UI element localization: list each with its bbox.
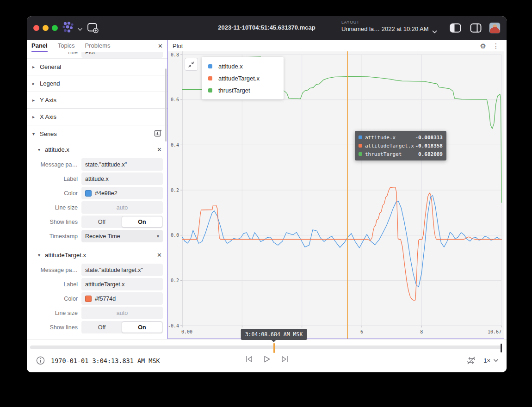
layout-label: LAYOUT	[341, 20, 442, 25]
section-series[interactable]: ▾ Series	[27, 125, 167, 142]
tab-panel[interactable]: Panel	[31, 40, 48, 52]
caret-right-icon: ▸	[32, 114, 40, 119]
field-row: Show lines Off On	[27, 215, 167, 229]
collapse-arrows-icon	[188, 61, 195, 68]
title-field-input[interactable]: Plot	[81, 52, 163, 58]
playback-bar: 1970-01-01 3:04:13.831 AM MSK	[27, 339, 507, 372]
section-legend[interactable]: ▸ Legend	[27, 75, 167, 92]
plot-panel-header: Plot ⚙ ⋮	[168, 40, 504, 51]
caret-right-icon: ▸	[32, 98, 40, 103]
section-general[interactable]: ▸ General	[27, 59, 167, 75]
remove-series-icon[interactable]: ✕	[157, 146, 162, 153]
panel-settings-sidebar: Panel Topics Problems ✕ Title Plot ▸ Gen…	[27, 40, 167, 339]
show-lines-toggle[interactable]: Off On	[81, 321, 163, 333]
series-color-chip	[208, 76, 212, 80]
layout-menu-button[interactable]: LAYOUT Unnamed la… 2022 at 10:20 AM	[341, 20, 442, 32]
sidebar-tabbar: Panel Topics Problems ✕	[27, 40, 167, 52]
seek-backward-button[interactable]	[245, 355, 253, 363]
tooltip-row: thrustTarget 0.682089	[359, 150, 443, 158]
caret-right-icon: ▸	[32, 81, 40, 86]
field-row: Color #4e98e2	[27, 186, 167, 200]
series-color-chip	[208, 88, 212, 92]
title-field-row-clipped: Title Plot	[27, 52, 167, 59]
show-lines-off-option[interactable]: Off	[82, 321, 122, 333]
show-lines-toggle[interactable]: Off On	[81, 216, 163, 228]
label-input[interactable]: attitude.x	[81, 173, 163, 185]
close-window-button[interactable]	[33, 25, 39, 31]
series-color-chip	[359, 144, 362, 148]
tab-topics[interactable]: Topics	[58, 40, 75, 52]
zoom-window-button[interactable]	[52, 25, 58, 31]
series-attitude-x-header[interactable]: ▾ attitude.x ✕	[27, 142, 167, 157]
legend-item-attitude-x[interactable]: attitude.x	[202, 60, 284, 72]
panel-settings-gear-icon[interactable]: ⚙	[480, 43, 486, 49]
add-series-icon[interactable]	[154, 129, 162, 139]
show-lines-off-option[interactable]: Off	[82, 216, 122, 228]
svg-text:10.67: 10.67	[488, 329, 501, 334]
message-path-input[interactable]: state."attitude.x"	[81, 158, 163, 171]
right-sidebar-toggle-icon[interactable]	[470, 23, 482, 35]
loop-off-icon[interactable]	[466, 356, 476, 365]
color-swatch[interactable]	[85, 190, 92, 197]
layout-name: Unnamed la… 2022 at 10:20 AM	[341, 25, 442, 32]
svg-text:0.2: 0.2	[171, 188, 179, 193]
play-button[interactable]	[263, 355, 271, 363]
titlebar: 2023-11-10T04:51:45.631370.mcap LAYOUT U…	[27, 16, 507, 40]
layout-chevron-down-icon[interactable]	[432, 27, 437, 36]
speed-dropdown-caret-icon	[494, 359, 498, 362]
legend-item-attitude-target-x[interactable]: attitudeTarget.x	[202, 72, 284, 84]
svg-text:6: 6	[360, 329, 363, 334]
plot-panel[interactable]: Plot ⚙ ⋮ 0.80.60.40.20.0-0.2-0.40.002468…	[167, 40, 504, 339]
minimize-window-button[interactable]	[43, 25, 49, 31]
user-avatar[interactable]	[489, 22, 501, 34]
show-lines-on-option[interactable]: On	[122, 321, 162, 333]
section-y-axis[interactable]: ▸ Y Axis	[27, 92, 167, 109]
svg-text:0.8: 0.8	[171, 52, 179, 57]
color-input[interactable]: #f5774d	[81, 292, 163, 305]
label-input[interactable]: attitudeTarget.x	[81, 278, 163, 290]
series-color-chip	[359, 136, 362, 139]
tab-problems[interactable]: Problems	[85, 40, 111, 52]
caret-down-icon: ▾	[32, 131, 40, 136]
svg-text:-0.2: -0.2	[168, 278, 179, 283]
svg-text:0.00: 0.00	[181, 329, 192, 334]
playback-scrubber[interactable]	[30, 345, 502, 349]
field-row: Color #f5774d	[27, 291, 167, 306]
plot-panel-title: Plot	[173, 43, 183, 49]
message-path-input[interactable]: state."attitudeTarget.x"	[81, 264, 163, 276]
field-row: Show lines Off On	[27, 320, 167, 334]
remove-series-icon[interactable]: ✕	[157, 252, 162, 259]
show-lines-on-option[interactable]: On	[122, 216, 162, 228]
panel-menu-kebab-icon[interactable]: ⋮	[493, 43, 499, 49]
plot-legend-overlay: attitude.x attitudeTarget.x thrustTarget	[202, 57, 284, 99]
scrubber-hover-time-tooltip: 3:04:08.684 AM MSK	[241, 329, 307, 340]
color-swatch[interactable]	[85, 296, 92, 302]
foxglove-logo-icon[interactable]	[61, 21, 75, 36]
data-source-chevron-down-icon[interactable]	[78, 25, 82, 33]
field-row: Message pa… state."attitudeTarget.x"	[27, 263, 167, 277]
playback-speed-button[interactable]: 1×	[483, 357, 498, 364]
add-panel-icon[interactable]	[87, 23, 99, 35]
svg-text:0.0: 0.0	[171, 233, 179, 238]
field-row: Label attitude.x	[27, 172, 167, 186]
field-row: Message pa… state."attitude.x"	[27, 157, 167, 172]
section-x-axis[interactable]: ▸ X Axis	[27, 109, 167, 125]
seek-forward-button[interactable]	[280, 355, 289, 363]
scrubber-playhead-marker[interactable]	[501, 344, 502, 352]
svg-text:0.6: 0.6	[171, 97, 179, 102]
legend-item-thrust-target[interactable]: thrustTarget	[202, 84, 284, 96]
line-size-input[interactable]: auto	[81, 201, 163, 214]
field-row: Label attitudeTarget.x	[27, 277, 167, 291]
field-row: Line size auto	[27, 200, 167, 215]
sidebar-scrollbar[interactable]	[165, 68, 167, 142]
info-icon[interactable]	[36, 356, 45, 365]
left-sidebar-toggle-icon[interactable]	[450, 23, 461, 35]
sidebar-close-icon[interactable]: ✕	[158, 43, 163, 49]
color-input[interactable]: #4e98e2	[81, 187, 163, 199]
plot-chart-area[interactable]: 0.80.60.40.20.0-0.2-0.40.00246810.67 att…	[168, 51, 504, 339]
series-attitude-target-x-header[interactable]: ▾ attitudeTarget.x ✕	[27, 247, 167, 263]
chart-hover-tooltip: attitude.x -0.008313 attitudeTarget.x -0…	[355, 131, 446, 160]
timestamp-select[interactable]: Receive Time ▾	[81, 230, 163, 242]
reset-view-button[interactable]	[185, 58, 198, 71]
line-size-input[interactable]: auto	[81, 307, 163, 319]
